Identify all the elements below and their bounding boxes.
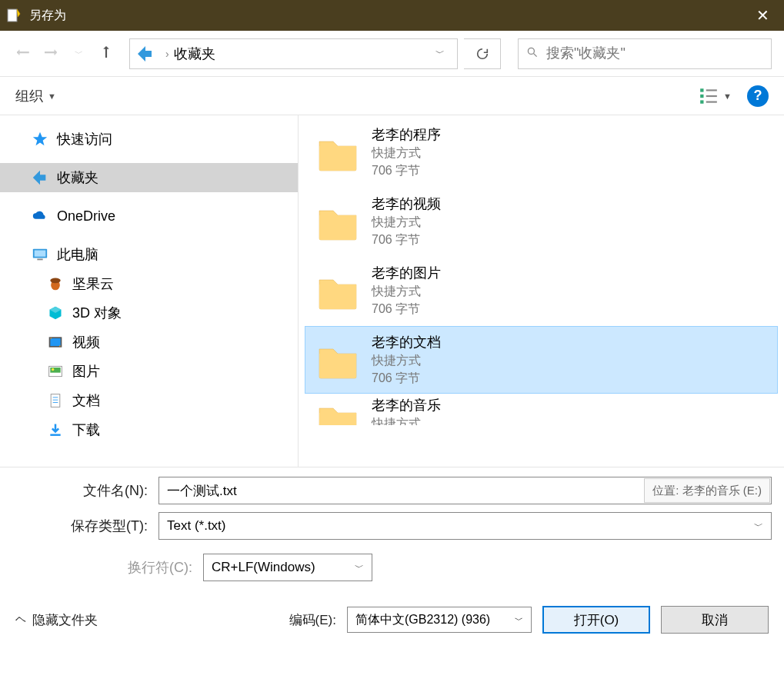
svg-point-17 [59,345,61,347]
file-item[interactable]: 老李的图片快捷方式706 字节 [305,257,778,324]
file-item[interactable]: 老李的视频快捷方式706 字节 [305,188,778,255]
file-type: 快捷方式 [372,145,441,161]
file-item[interactable]: 老李的音乐快捷方式706 字节 [305,395,778,426]
cancel-button[interactable]: 取消 [661,606,769,634]
view-mode-button[interactable]: ▼ [699,86,732,106]
folder-icon [315,268,361,314]
folder-icon [315,129,361,175]
save-form: 文件名(N): 位置: 老李的音乐 (E:) 保存类型(T): Text (*.… [0,467,784,595]
lineending-value: CR+LF(Windows) [212,560,315,575]
sidebar-label: 快速访问 [57,130,112,148]
folder-icon [315,198,361,245]
nut-icon [46,274,65,293]
forward-button[interactable]: 🠖 [40,43,62,65]
file-type: 快捷方式 [372,353,441,369]
file-name: 老李的视频 [372,195,441,213]
svg-point-1 [528,48,534,54]
star-icon [31,130,49,148]
lineending-select[interactable]: CR+LF(Windows) ﹀ [203,554,372,581]
svg-rect-3 [700,88,703,91]
filetype-label: 保存类型(T): [12,517,158,535]
content-area: 快速访问 收藏夹 OneDrive 此电脑 坚果云 3D 对象 视频 [0,115,784,467]
search-box[interactable] [518,38,772,69]
path-dropdown-icon[interactable]: ﹀ [435,47,445,60]
file-type: 快捷方式 [372,416,441,426]
sidebar-item-downloads[interactable]: 下载 [0,415,298,444]
help-button[interactable]: ? [747,85,769,107]
svg-rect-0 [8,9,17,22]
filename-label: 文件名(N): [12,481,158,500]
address-bar[interactable]: › 收藏夹 ﹀ [129,38,458,69]
svg-rect-4 [700,94,703,97]
svg-rect-21 [51,394,60,408]
sidebar: 快速访问 收藏夹 OneDrive 此电脑 坚果云 3D 对象 视频 [0,115,299,467]
sidebar-item-3d-objects[interactable]: 3D 对象 [0,298,298,328]
close-button[interactable]: ✕ [747,6,778,25]
footer: ヘ 隐藏文件夹 编码(E): 简体中文(GB2312) (936) ﹀ 打开(O… [0,595,784,644]
file-size: 706 字节 [372,371,441,387]
document-icon [46,391,65,410]
sidebar-label: OneDrive [57,208,115,225]
folder-icon [315,396,361,426]
sidebar-item-documents[interactable]: 文档 [0,386,298,415]
filetype-select[interactable]: Text (*.txt) ﹀ [158,512,772,540]
sidebar-label: 文档 [72,391,100,410]
sidebar-label: 视频 [72,333,100,351]
app-icon [6,8,22,23]
lineending-label: 换行符(C): [12,558,203,577]
file-name: 老李的文档 [372,333,441,351]
file-name: 老李的图片 [372,264,441,282]
sidebar-label: 收藏夹 [57,168,98,187]
chevron-down-icon: ﹀ [355,561,364,574]
chevron-up-icon: ヘ [15,613,26,627]
file-item[interactable]: 老李的程序快捷方式706 字节 [305,118,778,186]
svg-rect-10 [35,251,46,257]
up-button[interactable]: 🠕 [95,43,117,65]
location-tooltip: 位置: 老李的音乐 (E:) [644,478,770,503]
recent-dropdown[interactable]: ﹀ [68,43,89,65]
file-size: 706 字节 [372,232,441,248]
computer-icon [31,245,49,264]
encoding-select[interactable]: 简体中文(GB2312) (936) ﹀ [347,607,532,633]
refresh-button[interactable] [464,38,501,69]
svg-rect-5 [700,100,703,103]
search-icon [526,46,539,62]
video-icon [46,333,65,351]
svg-point-20 [52,368,54,371]
folder-icon [315,337,361,383]
chevron-down-icon: ▼ [48,91,56,101]
window-title: 另存为 [29,8,747,24]
back-button[interactable]: 🠔 [12,43,34,65]
picture-icon [46,362,65,381]
svg-line-2 [534,53,537,56]
organize-button[interactable]: 组织 ▼ [15,87,56,105]
file-type: 快捷方式 [372,215,441,231]
sidebar-item-jianguoyun[interactable]: 坚果云 [0,269,298,298]
file-size: 706 字节 [372,163,441,179]
nav-bar: 🠔 🠖 ﹀ 🠕 › 收藏夹 ﹀ [0,31,784,77]
sidebar-item-onedrive[interactable]: OneDrive [0,201,298,231]
sidebar-label: 坚果云 [72,274,114,293]
toolbar: 组织 ▼ ▼ ? [0,77,784,115]
sidebar-item-quick-access[interactable]: 快速访问 [0,125,298,154]
file-list: 老李的程序快捷方式706 字节老李的视频快捷方式706 字节老李的图片快捷方式7… [299,115,784,467]
encoding-value: 简体中文(GB2312) (936) [355,612,490,628]
open-button[interactable]: 打开(O) [542,606,650,634]
cloud-icon [31,207,49,225]
sidebar-item-videos[interactable]: 视频 [0,328,298,357]
chevron-down-icon: ▼ [723,91,732,101]
svg-point-16 [50,338,52,339]
sidebar-item-this-pc[interactable]: 此电脑 [0,240,298,269]
hide-folders-label: 隐藏文件夹 [32,611,98,629]
download-icon [46,421,65,439]
svg-point-13 [50,278,60,284]
search-input[interactable] [546,45,763,62]
sidebar-item-favorites[interactable]: 收藏夹 [0,163,298,192]
file-name: 老李的音乐 [372,396,441,414]
sidebar-label: 3D 对象 [72,304,122,322]
hide-folders-button[interactable]: ヘ 隐藏文件夹 [15,611,98,629]
sidebar-item-pictures[interactable]: 图片 [0,357,298,386]
file-item[interactable]: 老李的文档快捷方式706 字节 [305,326,778,394]
svg-rect-11 [37,259,42,261]
chevron-down-icon: ﹀ [754,520,763,533]
